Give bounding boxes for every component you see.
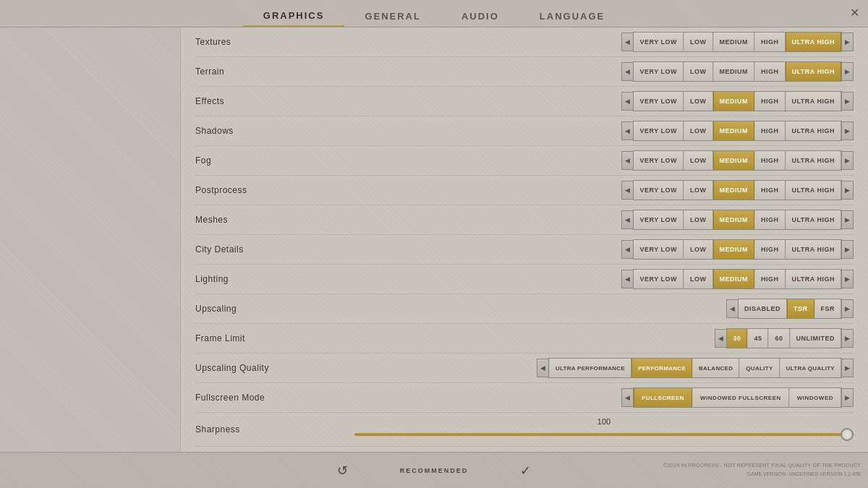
terrain-left-arrow[interactable]: ◀ — [621, 62, 633, 81]
recommended-button[interactable]: RECOMMENDED — [388, 463, 480, 479]
city-details-left-arrow[interactable]: ◀ — [621, 240, 633, 259]
frame-limit-left-arrow[interactable]: ◀ — [715, 329, 726, 348]
confirm-button[interactable]: ✓ — [509, 458, 542, 483]
fog-low[interactable]: LOW — [684, 151, 713, 170]
tab-language[interactable]: LANGUAGE — [519, 7, 625, 26]
shadows-low[interactable]: LOW — [684, 121, 713, 140]
upscaling-row: Upscaling ◀ DISABLED TSR FSR ▶ — [195, 294, 854, 324]
frame-limit-60[interactable]: 60 — [768, 329, 789, 348]
tab-audio[interactable]: AUDIO — [441, 7, 519, 26]
upscaling-disabled[interactable]: DISABLED — [739, 299, 787, 318]
tab-general[interactable]: GENERAL — [344, 7, 441, 26]
fullscreen-windowed-fullscreen[interactable]: WINDOWED FULLSCREEN — [692, 388, 789, 407]
effects-very-low[interactable]: VERY LOW — [634, 92, 684, 111]
effects-ultra-high[interactable]: ULTRA HIGH — [786, 92, 842, 111]
effects-left-arrow[interactable]: ◀ — [621, 92, 633, 111]
terrain-low[interactable]: LOW — [684, 62, 713, 81]
postprocess-very-low[interactable]: VERY LOW — [634, 181, 684, 200]
upscaling-fsr[interactable]: FSR — [814, 299, 842, 318]
effects-right-arrow[interactable]: ▶ — [842, 92, 854, 111]
upscaling-left-arrow[interactable]: ◀ — [726, 299, 738, 318]
close-button[interactable]: ✕ — [850, 6, 859, 20]
upscaling-quality-left-arrow[interactable]: ◀ — [537, 359, 548, 377]
fog-selector: ◀ VERY LOW LOW MEDIUM HIGH ULTRA HIGH ▶ — [621, 150, 854, 171]
frame-limit-unlimited[interactable]: UNLIMITED — [790, 329, 842, 348]
fog-ultra-high[interactable]: ULTRA HIGH — [786, 151, 842, 170]
app-container: GRAPHICS GENERAL AUDIO LANGUAGE ✕ Textur… — [0, 0, 868, 488]
city-details-high[interactable]: HIGH — [754, 240, 786, 259]
effects-high[interactable]: HIGH — [754, 92, 786, 111]
frame-limit-45[interactable]: 45 — [747, 329, 768, 348]
postprocess-low[interactable]: LOW — [684, 181, 713, 200]
meshes-very-low[interactable]: VERY LOW — [634, 210, 684, 229]
shadows-medium[interactable]: MEDIUM — [713, 121, 755, 140]
postprocess-left-arrow[interactable]: ◀ — [621, 181, 633, 200]
effects-low[interactable]: LOW — [684, 92, 713, 111]
fog-left-arrow[interactable]: ◀ — [621, 151, 633, 170]
meshes-medium[interactable]: MEDIUM — [713, 210, 755, 229]
textures-left-arrow[interactable]: ◀ — [621, 33, 633, 51]
textures-low[interactable]: LOW — [684, 33, 713, 51]
terrain-medium[interactable]: MEDIUM — [713, 62, 755, 81]
upscaling-quality-right-arrow[interactable]: ▶ — [842, 359, 854, 377]
lighting-high[interactable]: HIGH — [754, 270, 786, 288]
postprocess-ultra-high[interactable]: ULTRA HIGH — [786, 181, 842, 200]
lighting-ultra-high[interactable]: ULTRA HIGH — [786, 270, 842, 288]
shadows-ultra-high[interactable]: ULTRA HIGH — [786, 121, 842, 140]
lighting-left-arrow[interactable]: ◀ — [621, 270, 633, 288]
city-details-row: City Details ◀ VERY LOW LOW MEDIUM HIGH … — [195, 235, 854, 265]
frame-limit-30[interactable]: 30 — [727, 329, 747, 348]
terrain-very-low[interactable]: VERY LOW — [634, 62, 684, 81]
fog-medium[interactable]: MEDIUM — [713, 151, 755, 170]
uq-balanced[interactable]: BALANCED — [692, 359, 739, 377]
frame-limit-row: Frame Limit ◀ 30 45 60 UNLIMITED ▶ — [195, 324, 854, 354]
fog-right-arrow[interactable]: ▶ — [842, 151, 854, 170]
reset-button[interactable]: ↺ — [326, 458, 359, 483]
meshes-ultra-high[interactable]: ULTRA HIGH — [786, 210, 842, 229]
meshes-right-arrow[interactable]: ▶ — [842, 210, 854, 229]
uq-performance[interactable]: PERFORMANCE — [631, 359, 692, 377]
lighting-low[interactable]: LOW — [684, 270, 713, 288]
lighting-medium[interactable]: MEDIUM — [713, 270, 755, 288]
fullscreen-fullscreen[interactable]: FULLSCREEN — [634, 388, 692, 407]
terrain-ultra-high[interactable]: ULTRA HIGH — [786, 62, 842, 81]
shadows-very-low[interactable]: VERY LOW — [634, 121, 684, 140]
textures-right-arrow[interactable]: ▶ — [842, 33, 854, 51]
terrain-high[interactable]: HIGH — [754, 62, 786, 81]
sharpness-thumb[interactable] — [841, 428, 854, 441]
uq-quality[interactable]: QUALITY — [739, 359, 779, 377]
shadows-right-arrow[interactable]: ▶ — [842, 121, 854, 140]
fog-very-low[interactable]: VERY LOW — [634, 151, 684, 170]
meshes-high[interactable]: HIGH — [754, 210, 786, 229]
tab-graphics[interactable]: GRAPHICS — [243, 6, 345, 27]
shadows-high[interactable]: HIGH — [754, 121, 786, 140]
postprocess-high[interactable]: HIGH — [754, 181, 786, 200]
uq-ultra-perf[interactable]: ULTRA PERFORMANCE — [549, 359, 631, 377]
city-details-ultra-high[interactable]: ULTRA HIGH — [786, 240, 842, 259]
textures-medium[interactable]: MEDIUM — [713, 33, 755, 51]
shadows-left-arrow[interactable]: ◀ — [621, 121, 633, 140]
postprocess-right-arrow[interactable]: ▶ — [842, 181, 854, 200]
lighting-very-low[interactable]: VERY LOW — [634, 270, 684, 288]
city-details-right-arrow[interactable]: ▶ — [842, 240, 854, 259]
textures-ultra-high[interactable]: ULTRA HIGH — [786, 33, 842, 51]
fullscreen-windowed[interactable]: WINDOWED — [789, 388, 841, 407]
textures-high[interactable]: HIGH — [754, 33, 786, 51]
city-details-very-low[interactable]: VERY LOW — [634, 240, 684, 259]
meshes-left-arrow[interactable]: ◀ — [621, 210, 633, 229]
upscaling-right-arrow[interactable]: ▶ — [842, 299, 854, 318]
meshes-low[interactable]: LOW — [684, 210, 713, 229]
fullscreen-left-arrow[interactable]: ◀ — [621, 388, 633, 407]
postprocess-medium[interactable]: MEDIUM — [713, 181, 755, 200]
city-details-medium[interactable]: MEDIUM — [713, 240, 755, 259]
upscaling-tsr[interactable]: TSR — [787, 299, 814, 318]
textures-very-low[interactable]: VERY LOW — [634, 33, 684, 51]
effects-medium[interactable]: MEDIUM — [713, 92, 755, 111]
uq-ultra-quality[interactable]: ULTRA QUALITY — [780, 359, 841, 377]
fullscreen-right-arrow[interactable]: ▶ — [842, 388, 854, 407]
terrain-right-arrow[interactable]: ▶ — [842, 62, 854, 81]
city-details-low[interactable]: LOW — [684, 240, 713, 259]
lighting-right-arrow[interactable]: ▶ — [842, 270, 854, 288]
fog-high[interactable]: HIGH — [754, 151, 786, 170]
frame-limit-right-arrow[interactable]: ▶ — [842, 329, 854, 348]
